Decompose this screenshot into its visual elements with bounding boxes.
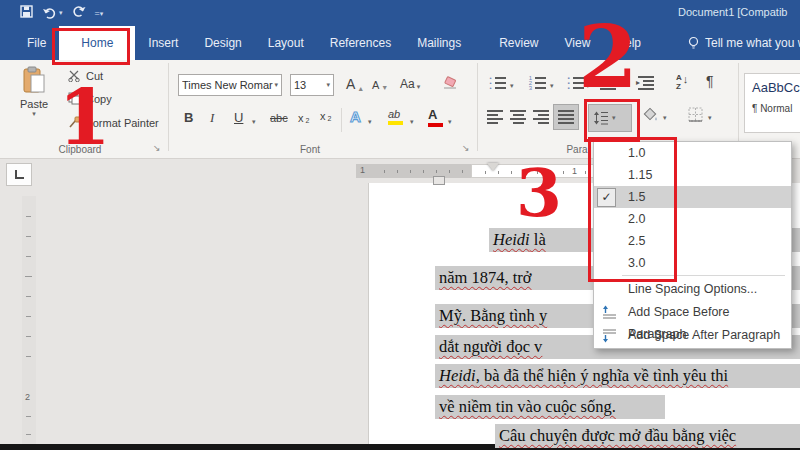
clipboard-dialog-launcher[interactable]: ↘ xyxy=(153,143,161,153)
doc-line-6[interactable]: về niềm tin vào cuộc sống. xyxy=(435,395,665,419)
font-group-label: Font xyxy=(250,144,370,155)
annotation-step-1: 1 xyxy=(58,80,111,156)
shading-dropdown-icon[interactable]: ▾ xyxy=(663,114,667,122)
tab-selector[interactable] xyxy=(6,163,32,186)
underline-dropdown-icon[interactable]: ▾ xyxy=(252,118,256,126)
bullets-dropdown-icon[interactable]: ▾ xyxy=(510,82,514,90)
align-center-icon[interactable] xyxy=(510,108,526,126)
tab-layout[interactable]: Layout xyxy=(255,26,317,60)
add-space-before-icon xyxy=(602,305,617,320)
vertical-ruler[interactable]: 2 xyxy=(22,196,36,445)
first-line-indent-marker[interactable] xyxy=(487,163,499,171)
title-bar: ▾ =▾ Document1 [Compatib xyxy=(0,0,800,26)
font-name-combo[interactable]: Times New Romar ▾ xyxy=(178,74,282,96)
italic-button[interactable]: I xyxy=(210,110,214,126)
shading-bucket-icon xyxy=(642,107,658,122)
quick-access-toolbar: ▾ =▾ xyxy=(20,3,103,23)
text-effects-button[interactable]: A xyxy=(350,108,361,125)
style-name: ¶ Normal xyxy=(752,103,800,114)
font-dialog-launcher[interactable]: ↘ xyxy=(462,143,470,153)
customize-qat-icon[interactable]: =▾ xyxy=(95,8,104,18)
align-right-icon[interactable] xyxy=(533,108,549,126)
style-normal-card[interactable]: AaBbCc ¶ Normal xyxy=(744,73,800,133)
text-effects-dropdown-icon[interactable]: ▾ xyxy=(368,118,372,126)
align-left-icon[interactable] xyxy=(487,108,503,126)
tab-insert[interactable]: Insert xyxy=(135,26,191,60)
paste-dropdown-icon[interactable]: ▾ xyxy=(10,110,58,118)
shading-button[interactable] xyxy=(642,107,658,126)
style-preview: AaBbCc xyxy=(752,80,800,95)
menu-item-add-space-after[interactable]: Add Space After Paragraph xyxy=(594,324,791,346)
borders-dropdown-icon[interactable]: ▾ xyxy=(708,114,712,122)
word-window: ▾ =▾ Document1 [Compatib File Home Inser… xyxy=(0,0,800,450)
undo-dropdown-icon[interactable]: ▾ xyxy=(59,9,63,17)
numbering-icon[interactable]: 123 xyxy=(528,76,546,90)
font-color-bar xyxy=(428,123,443,127)
add-space-after-icon xyxy=(602,328,617,343)
document-title: Document1 [Compatib xyxy=(678,6,800,18)
tab-mailings[interactable]: Mailings xyxy=(404,26,474,60)
doc-line-5[interactable]: Heidi, bà đã thể hiện ý nghĩa về tình yê… xyxy=(435,364,800,388)
save-icon[interactable] xyxy=(20,4,33,22)
doc-line-7[interactable]: Câu chuyện được mở đầu bằng việc xyxy=(495,424,800,448)
undo-button[interactable]: ▾ xyxy=(42,7,63,20)
font-size-combo[interactable]: 13 ▾ xyxy=(290,74,334,96)
change-case-button[interactable]: Aa▾ xyxy=(400,77,420,91)
clear-formatting-button[interactable] xyxy=(442,76,458,94)
superscript-button[interactable]: x2 xyxy=(320,110,331,122)
redo-icon[interactable] xyxy=(72,4,86,22)
sort-icon[interactable]: AZ ↓ xyxy=(676,73,688,91)
font-color-dropdown-icon[interactable]: ▾ xyxy=(448,118,452,126)
numbering-dropdown-icon[interactable]: ▾ xyxy=(550,82,554,90)
left-indent-marker[interactable] xyxy=(433,176,445,185)
annotation-box-home-tab xyxy=(52,28,130,65)
annotation-step-3: 3 xyxy=(516,160,562,226)
tab-review[interactable]: Review xyxy=(486,26,551,60)
font-color-button[interactable]: A xyxy=(428,107,443,127)
underline-button[interactable]: U xyxy=(234,110,243,125)
borders-button[interactable] xyxy=(688,107,703,126)
annotation-box-spacing-options xyxy=(588,137,677,282)
highlight-button[interactable]: ab xyxy=(388,108,403,125)
tell-me-box[interactable]: Tell me what you want to do xyxy=(680,26,800,60)
strikethrough-button[interactable]: abc xyxy=(270,112,288,124)
bullets-icon[interactable]: ••• xyxy=(488,76,506,90)
grow-font-button[interactable]: A▲ xyxy=(346,76,364,92)
eraser-icon xyxy=(442,76,458,90)
highlight-dropdown-icon[interactable]: ▾ xyxy=(410,118,414,126)
horizontal-ruler-margin[interactable]: 1 xyxy=(356,164,471,178)
highlight-color-bar xyxy=(388,121,403,125)
tab-stop-icon xyxy=(15,170,24,179)
menu-item-add-space-before[interactable]: Add Space Before Paragraph xyxy=(594,301,791,323)
show-formatting-marks-button[interactable]: ¶ xyxy=(706,73,714,89)
increase-indent-icon[interactable]: ▸ xyxy=(638,74,654,92)
subscript-button[interactable]: x2 xyxy=(298,112,309,124)
lightbulb-icon xyxy=(688,36,699,50)
tab-design[interactable]: Design xyxy=(191,26,254,60)
paste-button[interactable]: Paste ▾ xyxy=(10,66,58,142)
tab-references[interactable]: References xyxy=(317,26,404,60)
annotation-step-2: 2 xyxy=(578,14,638,100)
borders-grid-icon xyxy=(688,107,703,122)
shrink-font-button[interactable]: A▼ xyxy=(372,79,388,91)
font-size-dropdown-icon[interactable]: ▾ xyxy=(326,81,330,89)
font-name-dropdown-icon[interactable]: ▾ xyxy=(274,81,278,89)
justify-button[interactable] xyxy=(553,104,579,130)
paste-clipboard-icon xyxy=(22,66,46,94)
bold-button[interactable]: B xyxy=(184,110,193,125)
